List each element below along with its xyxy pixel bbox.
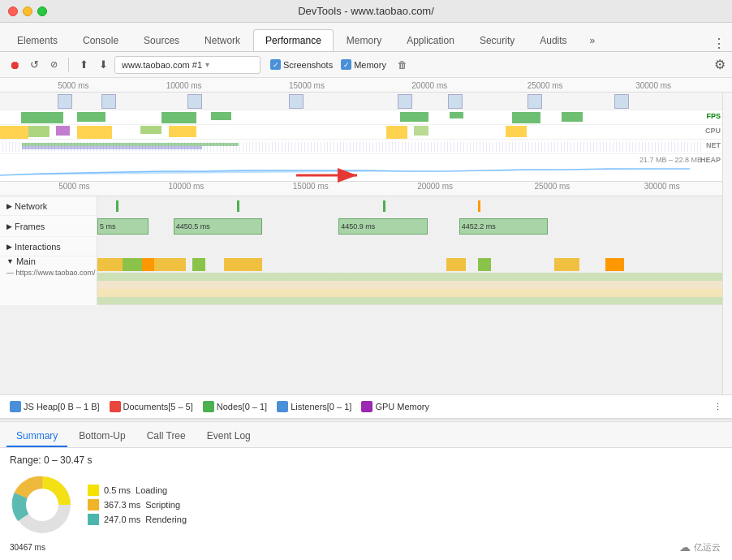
cpu-track: CPU <box>0 125 722 140</box>
heap-label: HEAP <box>700 156 721 164</box>
upload-icon[interactable]: ⬆ <box>75 57 92 73</box>
url-text: www.taobao.com #1 <box>122 60 202 70</box>
screenshots-checkbox-icon: ✓ <box>270 59 281 70</box>
ruler2-label-5: 25000 ms <box>534 182 570 191</box>
window-title: DevTools - www.taobao.com/ <box>298 5 434 17</box>
settings-icon[interactable]: ⚙ <box>714 57 726 72</box>
ruler-label-4: 20000 ms <box>411 81 447 90</box>
maximize-button[interactable] <box>37 6 47 16</box>
summary-body: 30467 ms 0.5 ms Loading 367.3 ms Scripti… <box>10 472 722 537</box>
expand-frames-icon: ▶ <box>6 222 12 230</box>
bottom-analysis-panel: Summary Bottom-Up Call Tree Event Log Ra… <box>0 422 732 560</box>
fps-track: FPS <box>0 110 722 125</box>
tab-bottom-up[interactable]: Bottom-Up <box>69 426 135 447</box>
tab-memory[interactable]: Memory <box>334 29 394 51</box>
traffic-lights <box>8 6 47 16</box>
tab-application[interactable]: Application <box>394 29 467 51</box>
main-url: — https://www.taobao.com/ <box>6 269 96 277</box>
record-icon[interactable]: ⏺ <box>6 57 23 73</box>
heap-chart <box>0 159 702 179</box>
documents-legend[interactable]: Documents[5 – 5] <box>110 401 193 412</box>
nodes-legend[interactable]: Nodes[0 – 1] <box>203 401 267 412</box>
listeners-color <box>277 401 288 412</box>
memory-checkbox-icon: ✓ <box>341 59 351 70</box>
frame-bar-4: 4452.2 ms <box>459 218 548 235</box>
legend-menu-icon[interactable]: ⋮ <box>713 402 722 412</box>
expand-network-icon: ▶ <box>6 202 12 210</box>
ruler-label-1: 5000 ms <box>58 81 88 90</box>
scripting-color <box>88 499 99 510</box>
tab-performance[interactable]: Performance <box>253 29 334 51</box>
reload-icon[interactable]: ↺ <box>26 57 42 73</box>
main-thread-row: ▼ Main — https://www.taobao.com/ <box>0 256 732 305</box>
memory-checkbox[interactable]: ✓ Memory <box>341 59 386 70</box>
range-label: Range: 0 – 30.47 s <box>10 454 722 466</box>
loading-time: 0.5 ms <box>104 485 131 495</box>
documents-color <box>110 401 121 412</box>
frame-bar-3: 4450.9 ms <box>338 218 427 235</box>
interactions-track-label[interactable]: ▶ Interactions <box>0 237 97 256</box>
minimize-button[interactable] <box>23 6 32 16</box>
jsheap-color <box>10 401 21 412</box>
tab-event-log[interactable]: Event Log <box>197 426 261 447</box>
frame-bar-2: 4450.5 ms <box>174 218 262 235</box>
ruler2-label-4: 20000 ms <box>417 182 453 191</box>
checkbox-group: ✓ Screenshots ✓ Memory 🗑 <box>270 59 407 71</box>
expand-interactions-icon: ▶ <box>6 243 12 251</box>
url-bar[interactable]: www.taobao.com #1 ▾ <box>114 56 261 74</box>
devtools-tab-bar: Elements Console Sources Network Perform… <box>0 23 732 52</box>
tab-security[interactable]: Security <box>467 29 527 51</box>
main-thread-content <box>97 256 732 304</box>
stop-icon[interactable]: ⊘ <box>45 57 62 73</box>
network-track-label[interactable]: ▶ Network <box>0 196 97 215</box>
screenshots-checkbox[interactable]: ✓ Screenshots <box>270 59 333 70</box>
summary-content: Range: 0 – 30.47 s 30467 ms <box>0 448 732 544</box>
tab-console[interactable]: Console <box>71 29 131 51</box>
ruler-label-3: 15000 ms <box>289 81 325 90</box>
tab-sources[interactable]: Sources <box>131 29 192 51</box>
main-thread-label[interactable]: ▼ Main — https://www.taobao.com/ <box>0 256 97 305</box>
nodes-color <box>203 401 214 412</box>
pie-chart: 30467 ms <box>10 472 75 537</box>
tab-elements[interactable]: Elements <box>5 29 70 51</box>
url-dropdown-icon[interactable]: ▾ <box>205 60 209 69</box>
ruler2-label-1: 5000 ms <box>58 182 89 191</box>
ruler-label-2: 10000 ms <box>166 81 202 90</box>
fps-label: FPS <box>706 112 721 120</box>
legend-rendering: 247.0 ms Rendering <box>88 514 187 525</box>
tab-call-tree[interactable]: Call Tree <box>137 426 196 447</box>
jsheap-legend[interactable]: JS Heap[0 B – 1 B] <box>10 401 100 412</box>
tab-network[interactable]: Network <box>192 29 252 51</box>
ruler-label-5: 25000 ms <box>527 81 563 90</box>
net-label: NET <box>706 141 721 149</box>
devtools-settings-icon[interactable]: ⋮ <box>713 36 726 51</box>
download-icon[interactable]: ⬇ <box>95 57 111 73</box>
loading-label: Loading <box>136 485 167 495</box>
clear-icon[interactable]: 🗑 <box>398 59 407 71</box>
top-ruler: 5000 ms 10000 ms 15000 ms 20000 ms 25000… <box>0 78 732 93</box>
legend-loading: 0.5 ms Loading <box>88 485 187 496</box>
tab-summary[interactable]: Summary <box>6 426 67 447</box>
main-scrollbar[interactable] <box>722 93 732 394</box>
rendering-color <box>88 514 99 525</box>
frames-track-label[interactable]: ▶ Frames <box>0 216 97 236</box>
network-track-row: ▶ Network <box>0 196 732 216</box>
listeners-legend[interactable]: Listeners[0 – 1] <box>277 401 351 412</box>
timeline-area: 5000 ms 10000 ms 15000 ms 20000 ms 25000… <box>0 78 732 394</box>
loading-color <box>88 485 99 496</box>
cpu-label: CPU <box>705 127 721 135</box>
ruler2-label-3: 15000 ms <box>293 182 329 191</box>
panel-wrapper: 5000 ms 10000 ms 15000 ms 20000 ms 25000… <box>0 78 732 560</box>
summary-legend: 0.5 ms Loading 367.3 ms Scripting 247.0 … <box>88 472 187 537</box>
heap-track: HEAP 21.7 MB – 22.8 MB <box>0 154 722 182</box>
gpu-legend[interactable]: GPU Memory <box>361 401 429 412</box>
second-ruler: 5000 ms 10000 ms 15000 ms 20000 ms 25000… <box>0 182 732 196</box>
ruler2-label-6: 30000 ms <box>644 182 680 191</box>
interactions-track-row: ▶ Interactions <box>0 237 732 256</box>
close-button[interactable] <box>8 6 18 16</box>
gpu-color <box>361 401 372 412</box>
bottom-legend-bar: JS Heap[0 B – 1 B] Documents[5 – 5] Node… <box>0 394 732 419</box>
ruler2-label-2: 10000 ms <box>168 182 204 191</box>
tab-audits[interactable]: Audits <box>527 29 579 51</box>
more-tabs-icon[interactable]: » <box>583 30 602 51</box>
